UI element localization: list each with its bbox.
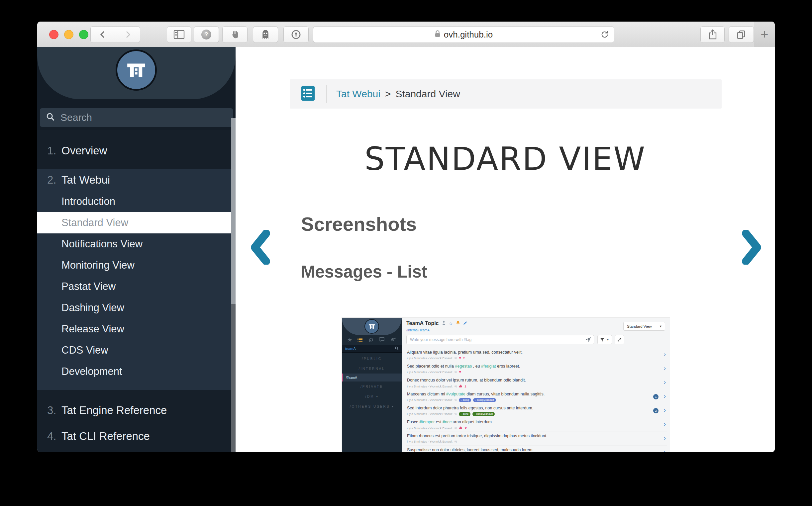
pencil-icon (463, 320, 467, 326)
section-heading: Screenshots (301, 213, 417, 235)
item-number: 3. (47, 404, 57, 417)
link-icon: % (454, 385, 457, 388)
keyhole-icon (291, 29, 301, 40)
share-icon (708, 29, 718, 40)
message-text-part: Donec rhoncus dolor vel ipsum rutrum, at… (407, 378, 526, 383)
message-meta: il y a 5 minutes - Yvonnick Esnault%• do… (407, 398, 496, 402)
tab-overview-button[interactable] (729, 26, 754, 43)
breadcrumb-link[interactable]: Tat Webui (336, 88, 380, 100)
search-input[interactable] (60, 111, 227, 123)
screenshot-stage: ? ovh.github.io + (0, 0, 812, 506)
expand-icon (617, 338, 621, 342)
url-bar[interactable]: ovh.github.io (313, 26, 614, 43)
tat-logo[interactable] (116, 50, 157, 91)
extension-button-ghostery[interactable] (253, 26, 278, 43)
share-button[interactable] (700, 26, 725, 43)
favorites-star-icon: ★ (347, 337, 352, 343)
sidebar-item-tat-engine-reference[interactable]: 3.Tat Engine Reference (37, 398, 235, 423)
sidebar-scrollbar-thumb[interactable] (231, 118, 235, 304)
sidebar-item-pastat-view[interactable]: Pastat View (37, 276, 235, 297)
back-icon (97, 29, 108, 40)
sidebar-item-notifications-view[interactable]: Notifications View (37, 233, 235, 255)
next-page-arrow[interactable] (739, 230, 763, 265)
forward-button[interactable] (115, 26, 140, 43)
topic-label: /INTERNAL (359, 367, 385, 370)
tabs-icon (736, 29, 747, 40)
standard-view-screenshot-image[interactable]: ★ teamA /PUBLIC/INTERNAL/TeamA/PRIVATE/D… (342, 318, 670, 452)
sidebar-item-development[interactable]: Development (37, 361, 235, 382)
message-timestamp-author: il y a 5 minutes - Yvonnick Esnault (407, 370, 452, 374)
message-open-chevron-icon: › (664, 351, 666, 357)
message-open-chevron-icon: › (664, 407, 666, 413)
app-view-selector-value: Standard View (627, 324, 659, 328)
app-filter-button: ▼ (597, 335, 612, 344)
message-text-part: Aliquam vitae ligula lacinia, pretium ur… (407, 350, 523, 355)
close-button[interactable] (49, 30, 59, 39)
item-label: Pastat View (62, 280, 116, 292)
item-label: Monitoring View (62, 259, 135, 271)
app-message-list: Aliquam vitae ligula lacinia, pretium ur… (406, 348, 667, 452)
link-icon: % (454, 370, 457, 374)
item-label: Dashing View (62, 302, 124, 314)
message-open-chevron-icon: › (664, 435, 666, 441)
extension-button-help[interactable]: ? (194, 26, 219, 43)
statue-icon (442, 320, 446, 326)
extension-button-password[interactable] (283, 26, 309, 43)
new-tab-button[interactable]: + (754, 21, 775, 47)
message-row: Sed placerat odio et nulla #egestas , eu… (406, 362, 667, 376)
refresh-button[interactable] (600, 30, 609, 40)
item-label: Overview (62, 145, 107, 157)
item-label: Tat Engine Reference (62, 404, 167, 417)
extension-button-blocker[interactable] (222, 26, 247, 43)
history-icon (368, 337, 374, 343)
sidebar-item-tat-webui[interactable]: 2.Tat Webui (37, 169, 235, 191)
sidebar-toggle-icon (173, 29, 185, 39)
sidebar-search[interactable] (40, 108, 233, 127)
topic-label: /PUBLIC (362, 357, 382, 360)
sidebar-item-release-view[interactable]: Release View (37, 318, 235, 340)
sidebar-item-monitoring-view[interactable]: Monitoring View (37, 255, 235, 276)
breadcrumb: Tat Webui > Standard View (290, 79, 722, 108)
window-controls (49, 30, 88, 39)
message-row: Sed interdum dolor pharetra felis egesta… (406, 404, 667, 418)
minimize-button[interactable] (64, 30, 73, 39)
link-icon: % (454, 427, 457, 430)
sidebar-item-cds-view[interactable]: CDS View (37, 340, 235, 361)
sidebar-scrollbar-track[interactable] (231, 118, 235, 452)
message-label-doing-yesnault: • doing:yesnault (473, 398, 496, 402)
app-view-selector: Standard View ▼ (623, 322, 665, 331)
sidebar-toggle-button[interactable] (167, 26, 192, 43)
sidebar-item-dashing-view[interactable]: Dashing View (37, 297, 235, 318)
fullscreen-button[interactable] (79, 30, 88, 39)
sidebar-item-tat-cli-reference[interactable]: 4.Tat CLI Reference (37, 423, 235, 449)
message-text-part: eros laoreet. (496, 364, 520, 368)
item-number: 4. (47, 430, 57, 443)
browser-window: ? ovh.github.io + (37, 21, 775, 452)
url-text: ovh.github.io (444, 29, 493, 40)
breadcrumb-separator: > (385, 88, 391, 100)
message-timestamp-author: il y a 5 minutes - Yvonnick Esnault (407, 399, 452, 402)
item-label: Introduction (62, 195, 115, 207)
message-timestamp-author: il y a 5 minutes - Yvonnick Esnault (407, 412, 452, 416)
prev-page-arrow[interactable] (249, 230, 273, 265)
message-row: Suspendisse non dolor ultricies, laoreet… (406, 446, 667, 452)
app-expand-button (615, 335, 624, 344)
item-label: Tat CLI Reference (62, 430, 150, 443)
message-text-part: Sed placerat odio et nulla (407, 364, 455, 368)
browser-toolbar: ? ovh.github.io + (37, 21, 775, 47)
message-text: Fusce #tempor est #nec urna aliquet inte… (407, 420, 493, 424)
message-tag: #vulputate (446, 392, 465, 397)
back-button[interactable] (90, 26, 115, 43)
sidebar-header (37, 47, 235, 130)
sidebar-item-introduction[interactable]: Introduction (37, 191, 235, 212)
app-topic-public: /PUBLIC (342, 354, 402, 363)
sidebar-section: 1.Overview (37, 130, 235, 169)
thumb-up-icon (459, 384, 462, 389)
app-topic-others-users: /OTHERS USERS▼ (342, 401, 402, 411)
message-meta: il y a 5 minutes - Yvonnick Esnault%♥ (407, 370, 461, 374)
chat-icon (379, 337, 385, 343)
heart-icon: ♥ (459, 370, 461, 374)
item-label: Release View (62, 323, 124, 335)
sidebar-item-standard-view[interactable]: Standard View (37, 212, 235, 233)
sidebar-item-overview[interactable]: 1.Overview (37, 139, 235, 163)
